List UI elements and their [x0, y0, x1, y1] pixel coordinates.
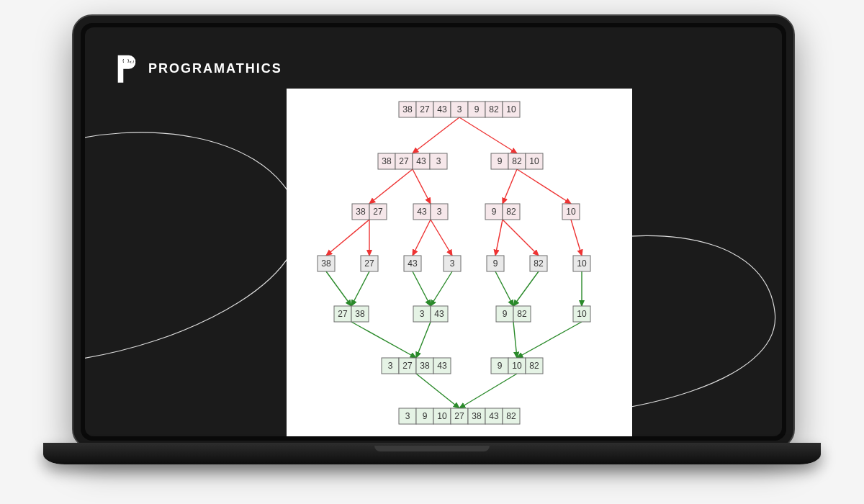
diagram-svg: 3827433982103827433982103827433982103827… — [287, 89, 632, 436]
brand-name: PROGRAMATHICS — [148, 61, 282, 76]
array-value: 27 — [338, 309, 348, 319]
brand-logo: </> { } PROGRAMATHICS — [114, 53, 282, 84]
array-value: 43 — [416, 156, 426, 166]
split-arrow — [459, 117, 517, 153]
merge-arrow — [416, 322, 431, 358]
array-value: 43 — [437, 104, 447, 114]
array-value: 9 — [423, 411, 428, 421]
merge-arrow — [459, 374, 517, 408]
array-value: 27 — [364, 258, 374, 269]
brand-icon: </> { } — [114, 53, 141, 84]
array-value: 43 — [489, 411, 499, 421]
split-arrow — [413, 169, 431, 204]
split-arrow — [495, 220, 503, 256]
array-value: 38 — [420, 361, 430, 371]
array-value: 82 — [506, 207, 516, 217]
split-arrow — [431, 220, 452, 256]
array-value: 9 — [498, 156, 503, 166]
array-value: 3 — [450, 258, 455, 269]
array-value: 38 — [355, 309, 365, 319]
array-value: 43 — [417, 207, 427, 217]
merge-arrow — [495, 271, 513, 306]
merge-arrow — [431, 271, 452, 306]
merge-arrow — [517, 322, 582, 358]
array-value: 10 — [529, 156, 539, 166]
array-value: 10 — [577, 309, 587, 319]
split-arrow — [571, 220, 582, 256]
laptop-mockup: </> { } PROGRAMATHICS — [43, 14, 821, 490]
array-value: 9 — [474, 104, 480, 114]
merge-arrow — [416, 374, 459, 408]
laptop-notch — [374, 446, 490, 451]
array-value: 38 — [402, 104, 413, 114]
array-value: 27 — [402, 361, 413, 371]
array-value: 9 — [503, 309, 508, 319]
array-value: 10 — [437, 411, 447, 421]
array-value: 27 — [454, 411, 464, 421]
array-value: 27 — [420, 104, 430, 114]
array-value: 27 — [373, 207, 383, 217]
split-arrow — [503, 169, 517, 204]
array-value: 82 — [517, 309, 527, 319]
split-arrow — [369, 169, 413, 204]
array-value: 3 — [388, 361, 393, 371]
split-arrow — [413, 117, 459, 153]
merge-arrow — [326, 271, 351, 306]
array-value: 38 — [382, 156, 392, 166]
array-value: 82 — [512, 156, 522, 166]
array-value: 3 — [436, 156, 441, 166]
merge-arrow — [351, 271, 369, 306]
array-value: 9 — [492, 207, 497, 217]
array-value: 10 — [506, 104, 516, 114]
array-value: 10 — [566, 207, 576, 217]
array-value: 82 — [529, 361, 539, 371]
array-value: 3 — [420, 309, 425, 319]
split-arrow — [413, 220, 431, 256]
array-value: 9 — [493, 258, 498, 269]
array-value: 43 — [408, 258, 418, 269]
split-arrow — [503, 220, 539, 256]
array-value: 43 — [437, 361, 447, 371]
split-arrow — [517, 169, 571, 204]
array-value: 82 — [489, 104, 499, 114]
merge-arrow — [513, 271, 539, 306]
array-value: 82 — [506, 411, 516, 421]
svg-text:{ }: { } — [122, 59, 130, 63]
screen: </> { } PROGRAMATHICS — [85, 27, 782, 436]
array-value: 3 — [437, 207, 442, 217]
array-value: 10 — [512, 361, 522, 371]
array-value: 3 — [457, 104, 462, 114]
svg-text:</>: </> — [130, 60, 139, 64]
array-value: 9 — [498, 361, 503, 371]
array-value: 3 — [405, 411, 410, 421]
merge-sort-diagram: 3827433982103827433982103827433982103827… — [287, 89, 632, 436]
merge-arrow — [513, 322, 517, 358]
array-value: 43 — [434, 309, 444, 319]
array-value: 82 — [534, 258, 544, 269]
array-value: 27 — [399, 156, 409, 166]
array-value: 38 — [321, 258, 331, 269]
merge-arrow — [351, 322, 416, 358]
screen-frame: </> { } PROGRAMATHICS — [72, 14, 795, 449]
array-value: 10 — [577, 258, 587, 269]
array-value: 38 — [356, 207, 366, 217]
split-arrow — [326, 220, 369, 256]
array-value: 38 — [472, 411, 482, 421]
merge-arrow — [413, 271, 431, 306]
